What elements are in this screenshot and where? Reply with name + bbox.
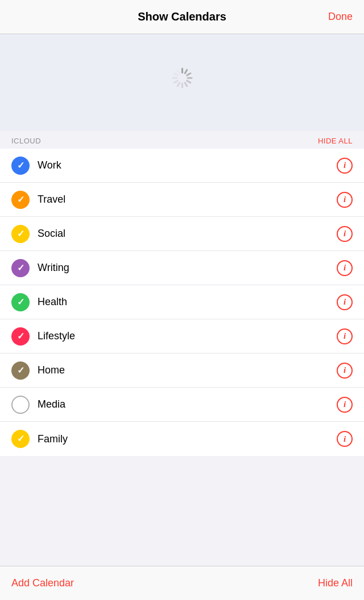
calendar-checkbox[interactable]: ✓ — [11, 361, 30, 380]
list-item[interactable]: Mediai — [0, 388, 364, 422]
list-item[interactable]: ✓Traveli — [0, 183, 364, 217]
checkmark-icon: ✓ — [17, 161, 24, 170]
calendar-checkbox[interactable]: ✓ — [11, 225, 30, 243]
calendar-checkbox[interactable]: ✓ — [11, 259, 30, 277]
list-item[interactable]: ✓Healthi — [0, 285, 364, 319]
info-button[interactable]: i — [337, 294, 353, 310]
calendar-name: Family — [38, 433, 337, 445]
list-item[interactable]: ✓Familyi — [0, 422, 364, 456]
calendar-checkbox[interactable]: ✓ — [11, 327, 30, 346]
header: Show Calendars Done — [0, 0, 364, 34]
checkmark-icon: ✓ — [17, 195, 24, 204]
checkmark-icon: ✓ — [17, 366, 24, 375]
calendar-name: Home — [38, 364, 337, 376]
hide-all-button[interactable]: Hide All — [318, 577, 353, 589]
page-title: Show Calendars — [138, 10, 226, 23]
info-button[interactable]: i — [337, 363, 353, 379]
calendar-checkbox[interactable] — [11, 396, 30, 414]
checkmark-icon: ✓ — [17, 332, 24, 341]
list-item[interactable]: ✓Writingi — [0, 251, 364, 285]
checkmark-icon: ✓ — [17, 298, 24, 307]
calendar-name: Lifestyle — [38, 330, 337, 342]
loading-spinner — [172, 72, 192, 93]
info-button[interactable]: i — [337, 226, 353, 242]
calendar-name: Health — [38, 296, 337, 308]
add-calendar-button[interactable]: Add Calendar — [11, 577, 74, 589]
calendar-name: Social — [38, 228, 337, 240]
section-header: ICLOUD HIDE ALL — [0, 131, 364, 149]
list-item[interactable]: ✓Homei — [0, 354, 364, 388]
calendar-checkbox[interactable]: ✓ — [11, 157, 30, 175]
calendar-name: Media — [38, 398, 337, 410]
loading-area — [0, 34, 364, 131]
calendar-name: Travel — [38, 194, 337, 206]
checkmark-icon: ✓ — [17, 264, 24, 273]
done-button[interactable]: Done — [328, 11, 353, 23]
checkmark-icon: ✓ — [17, 434, 24, 443]
list-item[interactable]: ✓Worki — [0, 149, 364, 183]
info-button[interactable]: i — [337, 192, 353, 208]
calendar-list: ✓Worki✓Traveli✓Sociali✓Writingi✓Healthi✓… — [0, 149, 364, 456]
calendar-checkbox[interactable]: ✓ — [11, 191, 30, 209]
calendar-name: Work — [38, 159, 337, 171]
info-button[interactable]: i — [337, 260, 353, 276]
calendar-checkbox[interactable]: ✓ — [11, 293, 30, 311]
info-button[interactable]: i — [337, 431, 353, 447]
section-label: ICLOUD — [11, 137, 41, 145]
calendar-checkbox[interactable]: ✓ — [11, 430, 30, 448]
info-button[interactable]: i — [337, 328, 353, 344]
info-button[interactable]: i — [337, 158, 353, 174]
bottom-bar: Add Calendar Hide All — [0, 566, 364, 600]
checkmark-icon: ✓ — [17, 229, 24, 239]
hide-all-section-button[interactable]: HIDE ALL — [318, 137, 353, 145]
list-item[interactable]: ✓Lifestylei — [0, 319, 364, 354]
list-item[interactable]: ✓Sociali — [0, 217, 364, 251]
info-button[interactable]: i — [337, 397, 353, 413]
calendar-name: Writing — [38, 262, 337, 274]
